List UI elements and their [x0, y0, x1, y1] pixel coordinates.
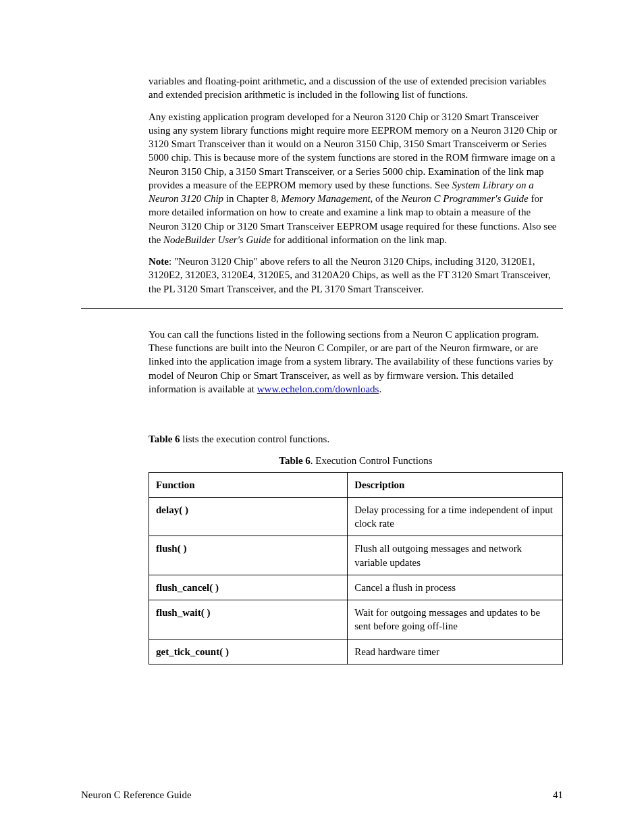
page-footer: Neuron C Reference Guide 41 [81, 788, 563, 802]
function-name-cell: flush( ) [149, 536, 348, 575]
column-header-function: Function [149, 472, 348, 497]
text-run: in Chapter 8, [223, 193, 281, 204]
paragraph: You can call the functions listed in the… [149, 328, 563, 396]
table-caption: Table 6. Execution Control Functions [149, 454, 563, 467]
note-paragraph: Note: "Neuron 3120 Chip" above refers to… [149, 255, 563, 296]
downloads-link[interactable]: www.echelon.com/downloads [257, 384, 379, 394]
table-row: flush_wait( ) Wait for outgoing messages… [149, 600, 563, 640]
text-run: lists the execution control functions. [180, 434, 330, 444]
text-run-italic: Memory Management, [281, 193, 373, 204]
function-name-cell: get_tick_count( ) [149, 639, 348, 664]
table-row: delay( ) Delay processing for a time ind… [149, 497, 563, 536]
paragraph: Any existing application program develop… [149, 110, 563, 247]
text-run: . [379, 384, 381, 394]
table-caption-number: Table 6 [279, 455, 311, 466]
function-desc-cell: Cancel a flush in process [348, 575, 563, 600]
function-desc-cell: Delay processing for a time independent … [348, 497, 563, 536]
text-run: of the [373, 193, 401, 204]
note-body: : "Neuron 3120 Chip" above refers to all… [149, 256, 551, 294]
table-header-row: Function Description [149, 472, 563, 497]
function-name-cell: delay( ) [149, 497, 348, 536]
table-caption-title: . Execution Control Functions [311, 455, 433, 466]
function-desc-cell: Wait for outgoing messages and updates t… [348, 600, 563, 640]
function-desc-cell: Read hardware timer [348, 639, 563, 664]
execution-control-functions-table: Function Description delay( ) Delay proc… [149, 472, 563, 664]
text-run: Any existing application program develop… [149, 111, 557, 190]
text-run: for additional information on the link m… [271, 234, 447, 245]
note-label: Note [149, 256, 169, 267]
table-intro: Table 6 lists the execution control func… [149, 432, 563, 446]
table-row: flush_cancel( ) Cancel a flush in proces… [149, 575, 563, 600]
text-run-italic: Neuron C Programmer's Guide [401, 193, 528, 204]
text-run-italic: NodeBuilder User's Guide [163, 234, 271, 245]
column-header-description: Description [348, 472, 563, 497]
function-desc-cell: Flush all outgoing messages and network … [348, 536, 563, 575]
table-row: get_tick_count( ) Read hardware timer [149, 639, 563, 664]
table-ref: Table 6 [149, 434, 180, 444]
table-row: flush( ) Flush all outgoing messages and… [149, 536, 563, 575]
function-name-cell: flush_cancel( ) [149, 575, 348, 600]
paragraph: variables and floating-point arithmetic,… [149, 74, 563, 102]
page-number: 41 [553, 788, 563, 802]
section-divider [81, 308, 563, 309]
footer-title: Neuron C Reference Guide [81, 788, 192, 802]
function-name-cell: flush_wait( ) [149, 600, 348, 640]
